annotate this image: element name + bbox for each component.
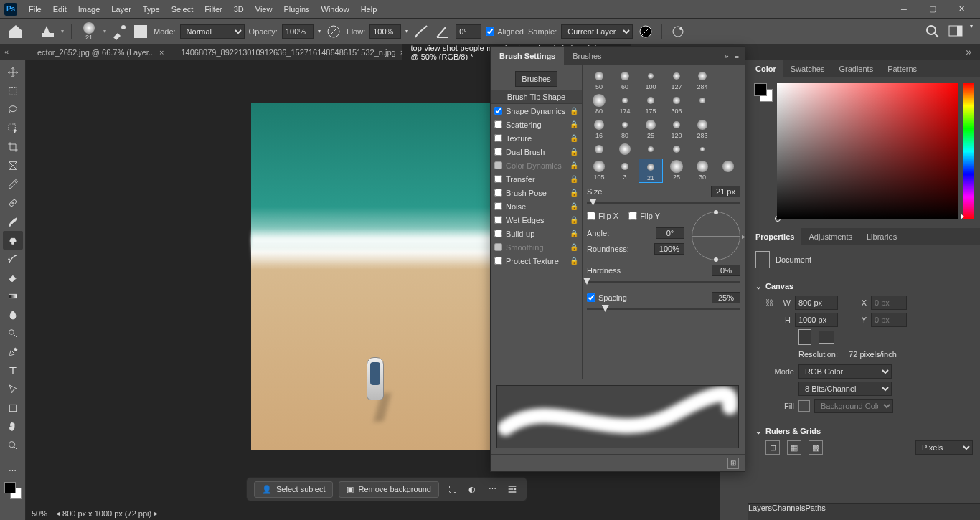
rulers-section-header[interactable]: ⌄Rulers & Grids [755, 423, 973, 439]
collapse-icon[interactable]: » [724, 52, 728, 60]
zoom-tool[interactable] [3, 436, 23, 455]
lock-icon[interactable]: 🔒 [570, 120, 578, 128]
type-tool[interactable] [3, 361, 23, 380]
angle-icon[interactable] [434, 23, 451, 40]
minimize-button[interactable]: ─ [890, 0, 918, 19]
document-canvas[interactable] [251, 103, 499, 450]
ignore-adjustment-icon[interactable] [637, 23, 654, 40]
brush-tip[interactable]: 283 [690, 117, 715, 140]
tab-brushes[interactable]: Brushes [564, 47, 610, 65]
brush-settings-toggle-icon[interactable] [110, 23, 128, 40]
menu-type[interactable]: Type [137, 0, 166, 19]
eraser-tool[interactable] [3, 268, 23, 287]
brush-tip[interactable]: 80 [587, 93, 611, 115]
search-icon[interactable] [924, 23, 941, 40]
brush-option-shape-dynamics[interactable]: Shape Dynamics🔒 [491, 104, 582, 118]
flow-input[interactable] [369, 24, 401, 39]
adjust-icon[interactable]: ◐ [465, 482, 479, 496]
shape-tool[interactable] [3, 399, 23, 417]
brush-tip[interactable]: 3 [613, 159, 637, 183]
brush-option-checkbox[interactable] [494, 107, 502, 115]
lock-icon[interactable]: 🔒 [570, 243, 578, 251]
brush-option-checkbox[interactable] [494, 230, 502, 237]
bit-depth-select[interactable]: 8 Bits/Channel [798, 382, 892, 396]
orientation-landscape-icon[interactable] [819, 331, 834, 344]
brush-tip[interactable]: 60 [613, 68, 637, 91]
brush-tip[interactable]: 80 [613, 117, 637, 140]
aligned-checkbox[interactable] [486, 27, 494, 36]
dodge-tool[interactable] [3, 324, 23, 343]
brush-tip[interactable] [613, 141, 637, 157]
home-icon[interactable] [7, 23, 24, 40]
spacing-slider[interactable] [587, 305, 740, 313]
crop-tool[interactable] [3, 138, 23, 156]
brush-option-noise[interactable]: Noise🔒 [491, 199, 582, 213]
brush-tip[interactable] [716, 141, 740, 157]
brush-option-transfer[interactable]: Transfer🔒 [491, 172, 582, 186]
marquee-tool[interactable] [3, 82, 23, 100]
sample-select[interactable]: Current Layer [561, 24, 633, 39]
flip-x-checkbox[interactable] [587, 212, 595, 220]
canvas-w-input[interactable] [795, 296, 838, 310]
link-wh-icon[interactable]: ⛓ [765, 298, 773, 307]
tab-paths[interactable]: Paths [806, 504, 826, 520]
canvas-h-input[interactable] [795, 313, 838, 327]
menu-select[interactable]: Select [166, 0, 199, 19]
brush-tip[interactable] [664, 141, 689, 157]
size-value[interactable]: 21 px [711, 186, 740, 197]
brush-option-scattering[interactable]: Scattering🔒 [491, 118, 582, 131]
brush-tool[interactable] [3, 212, 23, 231]
brush-option-checkbox[interactable] [494, 175, 502, 183]
close-button[interactable]: ✕ [947, 0, 976, 19]
brush-option-build-up[interactable]: Build-up🔒 [491, 227, 582, 240]
brush-tip-shape-category[interactable]: Brush Tip Shape [491, 90, 582, 104]
hand-tool[interactable] [3, 417, 23, 436]
tab-adjustments[interactable]: Adjustments [801, 228, 859, 245]
spacing-checkbox[interactable] [587, 293, 595, 302]
brush-tip[interactable]: 174 [613, 93, 637, 115]
hardness-value[interactable]: 0% [712, 265, 740, 276]
lock-icon[interactable]: 🔒 [570, 175, 578, 183]
fill-select[interactable]: Background Color [814, 399, 893, 413]
canvas-section-header[interactable]: ⌄Canvas [755, 278, 973, 294]
pressure-size-icon[interactable] [669, 23, 687, 40]
brush-option-wet-edges[interactable]: Wet Edges🔒 [491, 213, 582, 227]
hue-slider[interactable] [963, 83, 974, 219]
fg-bg-swatch[interactable] [754, 83, 773, 102]
brush-tip[interactable]: 120 [664, 117, 689, 140]
flip-y-checkbox[interactable] [628, 212, 637, 220]
brush-tip[interactable]: 25 [639, 117, 663, 140]
brush-option-dual-brush[interactable]: Dual Brush🔒 [491, 145, 582, 159]
brush-tip[interactable] [639, 141, 663, 157]
doc-dimensions[interactable]: ◂800 px x 1000 px (72 ppi)▸ [56, 509, 158, 518]
brush-tip[interactable]: 25 [664, 159, 689, 183]
brush-tip[interactable]: 175 [639, 93, 663, 115]
transform-icon[interactable]: ⛶ [445, 482, 459, 496]
brush-tip[interactable]: 16 [587, 117, 611, 140]
tab-color[interactable]: Color [748, 60, 783, 77]
menu-plugins[interactable]: Plugins [278, 0, 315, 19]
close-icon[interactable]: × [159, 48, 164, 57]
frame-tool[interactable] [3, 156, 23, 175]
brush-tip[interactable]: 284 [690, 68, 715, 91]
remove-background-button[interactable]: ▣Remove background [339, 481, 439, 498]
object-select-tool[interactable] [3, 119, 23, 138]
blur-tool[interactable] [3, 306, 23, 324]
brush-tip[interactable]: 21 [639, 159, 663, 183]
brush-option-checkbox[interactable] [494, 202, 502, 210]
guides-icon[interactable]: ▩ [809, 440, 823, 455]
tab-overflow-left-icon[interactable]: « [4, 47, 9, 56]
mode-select[interactable]: Normal [180, 24, 245, 39]
brush-tip[interactable] [716, 117, 740, 140]
eyedropper-tool[interactable] [3, 175, 23, 194]
hardness-slider[interactable] [587, 278, 740, 286]
tab-properties[interactable]: Properties [748, 228, 801, 245]
brush-tip[interactable] [690, 141, 715, 157]
document-tab[interactable]: 14068079_892213010912636_152716148648615… [172, 44, 402, 60]
properties-icon[interactable] [505, 482, 519, 496]
zoom-level[interactable]: 50% [32, 509, 47, 518]
opacity-input[interactable] [282, 24, 314, 39]
lock-icon[interactable]: 🔒 [570, 161, 578, 169]
tool-preset-icon[interactable] [39, 23, 57, 40]
brush-tip[interactable] [587, 141, 611, 157]
